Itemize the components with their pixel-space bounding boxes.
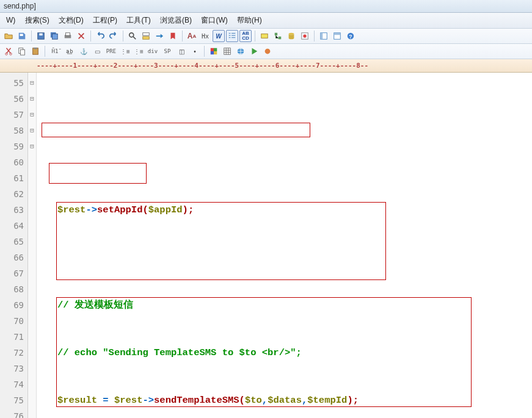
line-number: 76: [0, 408, 24, 418]
svg-rect-24: [20, 49, 24, 55]
menu-search[interactable]: 搜索(S): [21, 14, 53, 27]
paste-icon[interactable]: [29, 45, 42, 57]
svg-rect-11: [279, 37, 281, 39]
save-all-icon[interactable]: [48, 30, 60, 42]
line-number: 74: [0, 377, 24, 392]
svg-rect-9: [261, 34, 268, 38]
separator: [255, 31, 255, 41]
debug-icon[interactable]: [261, 45, 274, 57]
separator: [182, 31, 183, 41]
menu-window[interactable]: 窗口(W): [197, 14, 231, 27]
toolbar-2: H̄1̄ a͟b ⚓ ▭ PRE ⋮≡ ⋮≡ div SP ◫ •: [0, 44, 532, 59]
list-ol-icon[interactable]: ⋮≡: [119, 45, 131, 57]
toggle-icon[interactable]: [258, 30, 271, 42]
line-number: 75: [0, 392, 24, 408]
fold-gutter: ⊟ ⊟ ⊟ ⊟ ⊟: [28, 73, 37, 418]
svg-rect-5: [66, 33, 70, 35]
menu-browser[interactable]: 浏览器(B): [156, 14, 195, 27]
menu-document[interactable]: 文档(D): [55, 14, 87, 27]
fold-mark[interactable]: ⊟: [28, 107, 36, 123]
cut-icon[interactable]: [2, 45, 15, 57]
ruler: ----+----1----+----2----+----3----+----4…: [0, 59, 532, 73]
title-bar: send.php]: [0, 0, 532, 13]
svg-rect-27: [211, 48, 214, 51]
layout2-icon[interactable]: [331, 30, 343, 42]
svg-rect-18: [334, 33, 341, 35]
toolbar-1: AA Hx W ABCD ?: [0, 29, 532, 44]
svg-text:?: ?: [349, 34, 352, 40]
line-number: 58: [0, 123, 24, 139]
heading-icon[interactable]: H̄1̄: [48, 45, 62, 57]
line-number-icon[interactable]: [226, 30, 238, 42]
separator: [314, 31, 315, 41]
menu-prefix[interactable]: W): [2, 15, 19, 26]
highlight-box: [49, 163, 147, 184]
chars-icon[interactable]: ABCD: [239, 30, 252, 42]
open-icon[interactable]: [2, 30, 15, 42]
menu-tools[interactable]: 工具(T): [123, 14, 154, 27]
tools-icon[interactable]: [299, 30, 311, 42]
redo-icon[interactable]: [107, 30, 120, 42]
title-text: send.php]: [4, 2, 36, 10]
table-icon[interactable]: [221, 45, 233, 57]
color-icon[interactable]: [208, 45, 220, 57]
line-number: 72: [0, 345, 24, 361]
line-number: 61: [0, 170, 24, 186]
replace-icon[interactable]: [140, 30, 152, 42]
menu-help[interactable]: 帮助(H): [233, 14, 266, 27]
save-icon[interactable]: [35, 30, 47, 42]
menu-bar: W) 搜索(S) 文档(D) 工程(P) 工具(T) 浏览器(B) 窗口(W) …: [0, 13, 532, 29]
fold-mark[interactable]: ⊟: [28, 139, 36, 154]
line-number-gutter: 55 56 57 58 59 60 61 62 63 64 65 66 67 6…: [0, 73, 28, 418]
sp-icon[interactable]: SP: [161, 45, 174, 57]
export-icon[interactable]: [16, 30, 28, 42]
line-number: 55: [0, 75, 24, 91]
svg-rect-28: [214, 48, 217, 51]
svg-rect-1: [39, 34, 42, 36]
goto-icon[interactable]: [153, 30, 166, 42]
line-number: 70: [0, 313, 24, 329]
frame-icon[interactable]: ▭: [91, 45, 103, 57]
svg-rect-8: [143, 37, 150, 39]
browser-icon[interactable]: [235, 45, 247, 57]
separator: [123, 31, 123, 41]
run-icon[interactable]: [248, 45, 260, 57]
separator: [90, 31, 91, 41]
undo-icon[interactable]: [94, 30, 106, 42]
code-area[interactable]: $rest->setAppId($appId); // 发送模板短信 // ec…: [37, 73, 532, 418]
line-number: 59: [0, 139, 24, 154]
fold-mark[interactable]: ⊟: [28, 75, 36, 91]
delete-icon[interactable]: [75, 30, 87, 42]
find-icon[interactable]: [126, 30, 139, 42]
copy-icon[interactable]: [16, 45, 28, 57]
svg-rect-16: [321, 33, 323, 40]
underline-icon[interactable]: a͟b: [63, 45, 76, 57]
hex-icon[interactable]: Hx: [199, 30, 211, 42]
line-number: 57: [0, 107, 24, 123]
layout1-icon[interactable]: [318, 30, 330, 42]
line-number: 60: [0, 154, 24, 170]
div-icon[interactable]: div: [146, 45, 159, 57]
list-ul-icon[interactable]: ⋮≡: [133, 45, 145, 57]
editor: 55 56 57 58 59 60 61 62 63 64 65 66 67 6…: [0, 73, 532, 418]
anchor-icon[interactable]: ⚓: [78, 45, 90, 57]
font-icon[interactable]: AA: [186, 30, 198, 42]
pre-icon[interactable]: PRE: [104, 45, 118, 57]
all-icon[interactable]: ◫: [175, 45, 188, 57]
bookmark-icon[interactable]: [167, 30, 179, 42]
menu-project[interactable]: 工程(P): [89, 14, 121, 27]
fold-mark[interactable]: ⊟: [28, 91, 36, 107]
fold-mark[interactable]: ⊟: [28, 123, 36, 139]
separator: [31, 31, 32, 41]
help-icon[interactable]: ?: [344, 30, 357, 42]
svg-point-12: [289, 33, 294, 35]
code-line: // 发送模板短信: [40, 297, 532, 313]
print-icon[interactable]: [62, 30, 74, 42]
svg-point-6: [129, 33, 134, 37]
svg-rect-31: [224, 48, 231, 55]
word-wrap-icon[interactable]: W: [213, 30, 225, 42]
db-icon[interactable]: [285, 30, 297, 42]
nbsp-icon[interactable]: •: [189, 45, 201, 57]
tree-icon[interactable]: [272, 30, 284, 42]
svg-point-14: [303, 34, 306, 37]
